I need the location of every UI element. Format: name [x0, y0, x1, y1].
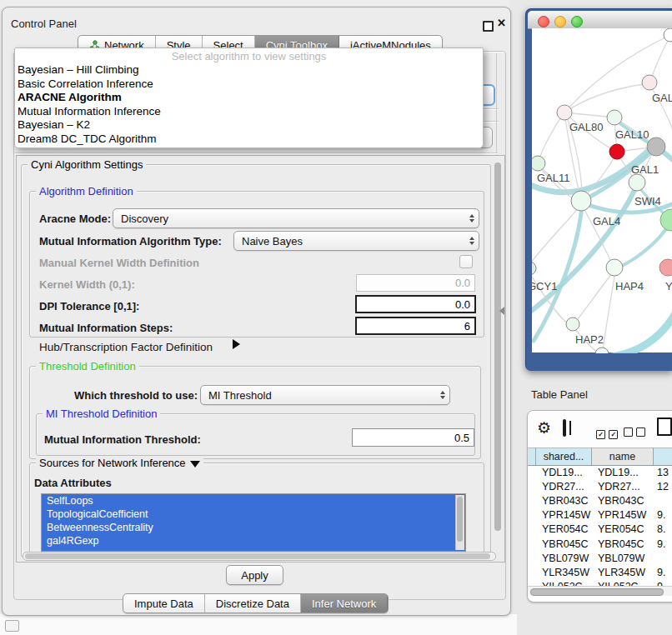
- settings-horizontal-scrollbar[interactable]: [23, 552, 496, 561]
- network-node-label: GAL11: [537, 172, 570, 184]
- network-canvas[interactable]: GALGAL80GAL10GAL1GAL11SWI4GAL4GCY1HAP4YH…: [532, 28, 672, 352]
- hub-section-label: Hub/Transcription Factor Definition: [39, 341, 213, 353]
- mi-type-label: Mutual Information Algorithm Type:: [39, 235, 222, 248]
- columns-icon[interactable]: [563, 419, 566, 437]
- header-spacer: [528, 448, 536, 465]
- data-attribute-item[interactable]: SelfLoops: [42, 494, 465, 508]
- algorithm-option[interactable]: Bayesian – Hill Climbing: [15, 63, 483, 78]
- table-row[interactable]: YIL052CYIL052C9.: [528, 580, 672, 587]
- aracne-mode-select[interactable]: Discovery: [113, 208, 479, 228]
- mi-threshold-input[interactable]: 0.5: [352, 428, 474, 447]
- algorithm-option[interactable]: Dream8 DC_TDC Algorithm: [15, 132, 483, 147]
- deselect-all-checkboxes-icon[interactable]: [624, 425, 645, 440]
- network-node-gal4[interactable]: [571, 191, 591, 211]
- gear-icon[interactable]: ⚙: [537, 418, 551, 438]
- table-row[interactable]: YDR27...YDR27...12: [528, 479, 672, 493]
- minimize-traffic-light-icon[interactable]: [554, 16, 566, 28]
- float-panel-icon[interactable]: [483, 21, 494, 32]
- table-cell: YDR27...: [592, 481, 654, 492]
- table-row[interactable]: YER054CYER054C8.: [528, 522, 672, 537]
- network-node-gal10[interactable]: [607, 110, 622, 125]
- network-node-gal11[interactable]: [532, 156, 545, 171]
- column-header-name[interactable]: name: [592, 448, 654, 465]
- column-header-shared[interactable]: shared...: [536, 448, 592, 465]
- new-table-icon[interactable]: [657, 418, 672, 436]
- list-scrollbar-track[interactable]: [455, 495, 464, 550]
- data-attribute-item[interactable]: TopologicalCoefficient: [42, 508, 465, 521]
- table-row[interactable]: YBL079WYBL079W: [528, 551, 672, 565]
- network-node-gcy1[interactable]: [532, 262, 536, 275]
- algorithm-option[interactable]: ARACNE Algorithm: [15, 91, 483, 105]
- network-node[interactable]: [595, 348, 609, 353]
- column-header-partial[interactable]: [654, 448, 672, 465]
- network-node-gal[interactable]: [642, 75, 657, 90]
- table-horizontal-scrollbar[interactable]: [528, 586, 672, 596]
- network-node-label: GCY1: [532, 280, 557, 292]
- network-node-label: GAL4: [593, 215, 620, 228]
- network-node-gal80[interactable]: [557, 105, 572, 120]
- network-window-titlebar[interactable]: [528, 11, 672, 29]
- table-row[interactable]: YBR045CYBR045C9.: [528, 537, 672, 551]
- algorithm-option[interactable]: Bayesian – K2: [15, 118, 483, 132]
- table-row[interactable]: YLR345WYLR345W9.: [528, 565, 672, 579]
- network-edge[interactable]: [564, 83, 649, 112]
- sources-collapse-arrow-icon[interactable]: [190, 461, 200, 468]
- table-cell: YPR145W: [592, 509, 654, 521]
- algorithm-option[interactable]: Mutual Information Inference: [15, 105, 483, 119]
- horizontal-scrollbar-thumb[interactable]: [25, 553, 490, 559]
- list-scrollbar-thumb[interactable]: [457, 497, 463, 542]
- screen: { "control_panel": { "title": "Control P…: [0, 0, 672, 635]
- algorithm-definition-legend: Algorithm Definition: [36, 185, 137, 198]
- algorithm-option[interactable]: Basic Correlation Inference: [15, 78, 483, 92]
- network-node-hap2[interactable]: [566, 318, 579, 331]
- collapsed-panel-icon[interactable]: [5, 620, 19, 632]
- table-cell: YPR145W: [536, 509, 592, 521]
- network-node-y[interactable]: [659, 259, 672, 276]
- network-node-hap4[interactable]: [606, 259, 623, 276]
- mi-threshold-definition-legend: MI Threshold Definition: [43, 408, 160, 420]
- close-panel-icon[interactable]: ✕: [497, 17, 506, 29]
- table-row[interactable]: YBR043CYBR043C: [528, 493, 672, 508]
- manual-kernel-checkbox[interactable]: [459, 255, 473, 268]
- network-view-window[interactable]: GALGAL80GAL10GAL1GAL11SWI4GAL4GCY1HAP4YH…: [525, 8, 672, 371]
- stepper-arrows-icon: [469, 214, 474, 222]
- tab-discretize-data[interactable]: Discretize Data: [205, 594, 301, 612]
- hub-expand-arrow-icon[interactable]: [233, 339, 240, 349]
- table-cell: 8.: [654, 523, 672, 535]
- network-node-gal1[interactable]: [609, 144, 624, 159]
- data-attributes-list[interactable]: SelfLoopsTopologicalCoefficientBetweenne…: [41, 493, 466, 552]
- data-attribute-item[interactable]: BetweennessCentrality: [42, 521, 465, 534]
- mi-steps-input[interactable]: 6: [355, 317, 476, 335]
- network-node-swi4[interactable]: [629, 174, 645, 191]
- settings-vertical-scrollbar[interactable]: [494, 162, 501, 531]
- dpi-tolerance-input[interactable]: 0.0: [355, 295, 476, 313]
- zoom-traffic-light-icon[interactable]: [571, 16, 583, 28]
- table-cell: YBR045C: [536, 538, 592, 550]
- network-edge[interactable]: [538, 112, 564, 163]
- aracne-mode-label: Aracne Mode:: [39, 212, 111, 225]
- tab-impute-data[interactable]: Impute Data: [123, 594, 205, 612]
- table-row[interactable]: YDL19...YDL19...13: [528, 465, 672, 479]
- network-node-label: SWI4: [634, 195, 661, 208]
- close-traffic-light-icon[interactable]: [538, 16, 549, 28]
- data-attribute-item[interactable]: gal4RGexp: [42, 534, 465, 548]
- panel-divider-arrow[interactable]: [499, 307, 504, 315]
- table-cell: YBR043C: [536, 495, 592, 507]
- mi-type-select[interactable]: Naive Bayes: [233, 231, 479, 251]
- network-graph: GALGAL80GAL10GAL1GAL11SWI4GAL4GCY1HAP4YH…: [532, 28, 672, 353]
- network-node-label: HAP2: [575, 333, 604, 346]
- tab-infer-network[interactable]: Infer Network: [301, 594, 388, 612]
- network-edge[interactable]: [607, 303, 672, 353]
- network-node-label: GAL10: [615, 128, 649, 141]
- network-node[interactable]: [664, 28, 672, 42]
- table-row[interactable]: YPR145WYPR145W9.: [528, 508, 672, 522]
- which-threshold-select[interactable]: MI Threshold: [200, 385, 450, 405]
- network-node-label: GAL: [652, 92, 672, 104]
- apply-button[interactable]: Apply: [226, 565, 283, 585]
- table-horizontal-scrollbar-thumb[interactable]: [530, 588, 664, 596]
- select-all-checkboxes-icon[interactable]: ✓ ✓: [596, 425, 618, 440]
- stepper-arrows-icon: [469, 237, 474, 245]
- table-cell: YDL19...: [536, 467, 592, 478]
- network-node[interactable]: [647, 138, 665, 156]
- which-threshold-value: MI Threshold: [208, 389, 272, 402]
